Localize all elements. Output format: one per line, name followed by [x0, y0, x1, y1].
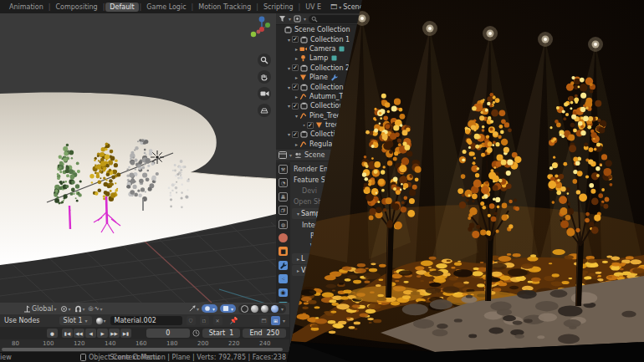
prev-keyframe-button[interactable]: ◀◀: [74, 329, 84, 338]
tab-compositing[interactable]: Compositing: [52, 3, 102, 12]
current-frame-field[interactable]: 0: [146, 329, 190, 338]
overlays-toggle[interactable]: ▾: [202, 304, 217, 313]
unlink-material-button[interactable]: ✕: [213, 316, 222, 325]
visibility-checkbox[interactable]: ✓: [307, 122, 314, 129]
properties-tab-modifiers-icon[interactable]: [279, 261, 288, 270]
outliner-item-label: Pine_Tree: [309, 112, 341, 120]
snap-node-icon[interactable]: ⊞: [271, 316, 280, 325]
visibility-checkbox[interactable]: ✓: [292, 36, 299, 43]
properties-tab-tool-icon[interactable]: ⚒: [279, 165, 288, 174]
jump-to-start-button[interactable]: ▮◀: [62, 329, 73, 338]
gizmos-dropdown[interactable]: ▾: [189, 305, 199, 312]
expand-closed-icon[interactable]: ▸: [294, 94, 299, 99]
pin-icon[interactable]: 📌: [230, 317, 238, 324]
expand-open-icon[interactable]: ▾: [286, 37, 292, 43]
visibility-checkbox[interactable]: ✓: [292, 64, 299, 71]
properties-tab-object-icon[interactable]: ■: [279, 247, 288, 256]
jump-to-end-button[interactable]: ▶▮: [120, 329, 131, 338]
visibility-checkbox[interactable]: ✓: [292, 84, 299, 90]
expand-open-icon[interactable]: ▾: [286, 65, 292, 71]
ruler-tick-140: 140: [105, 340, 115, 347]
overlays-icon: [204, 305, 211, 312]
expand-open-icon[interactable]: ▾: [286, 131, 292, 137]
modifier-icon[interactable]: [330, 74, 338, 81]
shading-solid-icon[interactable]: [251, 305, 258, 313]
outliner-item-label: Collection 1: [310, 36, 350, 43]
restrict-icon[interactable]: [330, 54, 338, 62]
properties-tab-render-icon[interactable]: ◔: [279, 178, 288, 187]
expand-closed-icon[interactable]: ▸: [294, 46, 299, 52]
play-reverse-button[interactable]: ◀: [85, 329, 96, 338]
mesh-icon: [315, 121, 323, 129]
expand-closed-icon[interactable]: ▸: [294, 141, 299, 147]
pivot-point-dropdown[interactable]: ▾: [60, 305, 71, 313]
tab-separator: |: [299, 3, 301, 11]
use-nodes-button[interactable]: Use Nodes: [4, 317, 40, 324]
properties-tab-physics-icon[interactable]: ◉: [279, 288, 288, 298]
shading-material-icon[interactable]: [261, 305, 268, 313]
zoom-icon[interactable]: [258, 54, 271, 67]
search-icon: [311, 16, 318, 23]
properties-tab-output-icon[interactable]: 🖶: [279, 192, 288, 201]
outliner-row-scene-collection[interactable]: Scene Collection: [276, 25, 365, 34]
expand-open-icon[interactable]: ▾: [286, 84, 292, 90]
expand-closed-icon[interactable]: ▸: [295, 256, 301, 262]
expand-open-icon[interactable]: ▾: [294, 113, 299, 119]
start-frame-field[interactable]: Start 1: [202, 329, 241, 338]
properties-tab-world-icon[interactable]: [279, 233, 288, 242]
perspective-toggle-icon[interactable]: [258, 104, 271, 117]
timeline-scrollbar[interactable]: [2, 348, 283, 351]
tab-motion-tracking[interactable]: Motion Tracking: [194, 3, 255, 12]
ruler-tick-180: 180: [166, 340, 177, 347]
expand-open-icon[interactable]: ▾: [295, 211, 301, 217]
properties-tab-scene-icon[interactable]: ◍: [279, 220, 288, 229]
outliner-row-collection-1[interactable]: ▾✓Collection 1: [276, 34, 365, 43]
record-button[interactable]: ●: [47, 329, 58, 338]
tab-game-logic[interactable]: Game Logic: [142, 3, 190, 12]
display-mode-icon[interactable]: [294, 15, 301, 23]
visibility-checkbox[interactable]: ✓: [292, 131, 299, 138]
visibility-checkbox[interactable]: ✓: [292, 103, 299, 110]
shading-rendered-icon[interactable]: [271, 305, 279, 313]
filter-icon[interactable]: [279, 15, 286, 23]
tab-default[interactable]: Default: [105, 3, 138, 12]
transform-orientation-dropdown[interactable]: Global▾: [23, 305, 57, 313]
navigation-gizmo[interactable]: [248, 15, 273, 43]
pan-hand-icon[interactable]: [258, 70, 271, 84]
timeline-playbar: ●▮◀◀◀◀▶▶▶▶▮ 0 Start 1 End 250: [0, 327, 289, 339]
curve-icon: [299, 112, 307, 120]
proportional-edit-dropdown[interactable]: ◎ ∿ ▾: [89, 305, 103, 312]
screen-layout-icon[interactable]: 🗔: [330, 3, 337, 11]
material-name-field[interactable]: Material.002: [110, 316, 182, 325]
properties-tab-view-layer-icon[interactable]: 🗇: [279, 206, 288, 215]
end-frame-field[interactable]: End 250: [243, 329, 286, 338]
camera-view-icon[interactable]: [258, 87, 271, 100]
tab-scripting[interactable]: Scripting: [259, 3, 298, 12]
restrict-icon[interactable]: [338, 45, 345, 53]
slot-dropdown[interactable]: Slot 1▾: [59, 316, 92, 325]
blender-window: { "topbar": { "tabs": [ {"label":"Animat…: [0, 0, 644, 362]
expand-closed-icon[interactable]: ▸: [295, 268, 301, 273]
editor-type-icon[interactable]: [279, 151, 287, 159]
next-keyframe-button[interactable]: ▶▶: [109, 329, 120, 338]
expand-closed-icon[interactable]: ▸: [294, 74, 299, 80]
shading-wireframe-icon[interactable]: [241, 305, 248, 313]
expand-open-icon[interactable]: ▾: [286, 103, 292, 109]
tab-animation[interactable]: Animation: [5, 3, 48, 12]
properties-tab-particles-icon[interactable]: ⁖: [279, 274, 288, 283]
fake-user-shield-icon[interactable]: ⛉: [187, 316, 196, 325]
shading-mode-group: ▾: [238, 304, 286, 314]
timeline-ruler[interactable]: 80100120140160180200220240: [0, 339, 289, 352]
pivot-icon: [60, 305, 68, 313]
viewport-3d[interactable]: [0, 13, 276, 303]
property-label: Open Sh: [294, 198, 322, 206]
material-browse-dropdown[interactable]: ▾: [96, 318, 106, 324]
expand-closed-icon[interactable]: ▸: [294, 55, 299, 61]
xray-toggle[interactable]: ▾: [220, 304, 236, 313]
new-material-button[interactable]: 🗋: [200, 316, 209, 325]
tab-uv-e[interactable]: UV E: [301, 3, 325, 12]
snap-toggle[interactable]: ▾: [74, 305, 85, 313]
play-button[interactable]: ▶: [97, 329, 108, 338]
outliner-search-input[interactable]: [309, 15, 362, 23]
node-display-icon[interactable]: 🗔: [259, 316, 268, 325]
